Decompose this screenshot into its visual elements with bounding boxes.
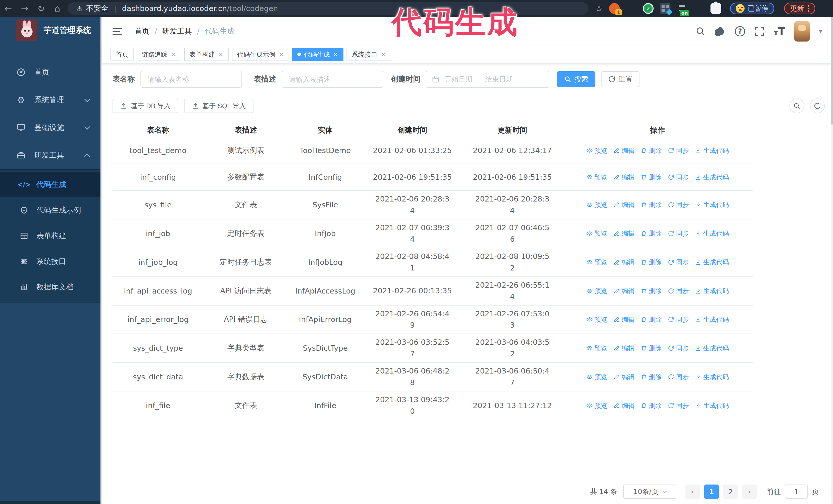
sidebar-item-system[interactable]: ⚙ 系统管理 [0,86,100,114]
table-name-input[interactable] [140,71,242,88]
puzzle-extension-icon[interactable] [711,3,721,14]
delete-link[interactable]: 删除 [641,173,662,182]
extension-orange-icon[interactable]: 1 [609,3,620,14]
extension-diamond-icon[interactable] [626,3,637,14]
preview-link[interactable]: 预览 [587,402,608,410]
tab-home[interactable]: 首页 [111,48,134,61]
preview-link[interactable]: 预览 [587,258,608,266]
delete-link[interactable]: 删除 [641,373,662,381]
preview-link[interactable]: 预览 [587,287,608,295]
browser-forward-icon[interactable]: → [17,0,33,17]
search-button[interactable]: 搜索 [557,71,595,87]
sync-link[interactable]: 同步 [668,173,689,182]
edit-link[interactable]: 编辑 [614,258,635,266]
sidebar-item-db-doc[interactable]: 数据库文档 [0,274,100,300]
close-icon[interactable]: × [279,51,284,58]
tab-system-api[interactable]: 系统接口 × [347,48,391,61]
db-import-button[interactable]: 基于 DB 导入 [113,99,178,113]
sync-link[interactable]: 同步 [668,402,689,410]
close-icon[interactable]: × [333,51,338,58]
sidebar-item-home[interactable]: 首页 [0,58,100,86]
reset-button[interactable]: 重置 [601,71,640,87]
kebab-menu-icon[interactable] [808,5,809,12]
sync-link[interactable]: 同步 [668,315,689,324]
delete-link[interactable]: 删除 [641,315,662,324]
close-icon[interactable]: × [218,51,224,58]
sidebar-item-codegen-example[interactable]: 代码生成示例 [0,197,100,223]
help-icon[interactable]: ? [735,26,745,37]
page-button-1[interactable]: 1 [704,484,719,499]
preview-link[interactable]: 预览 [587,200,608,209]
next-page-button[interactable]: › [742,484,757,499]
delete-link[interactable]: 删除 [641,258,662,266]
browser-update-chip[interactable]: 更新 [784,3,815,14]
generate-code-link[interactable]: 生成代码 [695,287,729,295]
fullscreen-icon[interactable] [754,26,765,37]
toggle-search-button[interactable] [789,98,804,113]
preview-link[interactable]: 预览 [587,315,608,324]
table-desc-input[interactable] [282,71,383,88]
page-size-select[interactable]: 10条/页 [623,484,676,499]
hamburger-icon[interactable] [113,28,122,35]
sync-link[interactable]: 同步 [668,200,689,209]
sidebar-item-form-builder[interactable]: 表单构建 [0,223,100,249]
sync-link[interactable]: 同步 [668,258,689,266]
sync-link[interactable]: 同步 [668,146,689,155]
tab-tracing[interactable]: 链路追踪 × [137,48,181,61]
search-icon[interactable] [695,26,706,37]
tab-form-builder[interactable]: 表单构建 × [184,48,229,61]
delete-link[interactable]: 删除 [641,200,662,209]
browser-reload-icon[interactable]: ↻ [33,0,49,17]
sidebar-item-codegen[interactable]: </> 代码生成 [0,172,100,197]
edit-link[interactable]: 编辑 [614,229,635,238]
generate-code-link[interactable]: 生成代码 [695,344,729,353]
extension-check-icon[interactable]: ✓ [643,3,653,14]
sidebar-item-system-api[interactable]: 系统接口 [0,249,100,274]
edit-link[interactable]: 编辑 [614,344,635,353]
generate-code-link[interactable]: 生成代码 [695,402,729,410]
date-range-picker[interactable]: 开始日期 - 结束日期 [426,71,549,88]
generate-code-link[interactable]: 生成代码 [695,258,729,266]
generate-code-link[interactable]: 生成代码 [695,229,729,238]
generate-code-link[interactable]: 生成代码 [695,373,729,381]
sync-link[interactable]: 同步 [668,373,689,381]
goto-page-input[interactable] [785,484,808,499]
sync-link[interactable]: 同步 [668,344,689,353]
close-icon[interactable]: × [380,51,386,58]
edit-link[interactable]: 编辑 [614,146,635,155]
caret-down-icon[interactable]: ▾ [819,27,822,35]
sync-link[interactable]: 同步 [668,287,689,295]
generate-code-link[interactable]: 生成代码 [695,315,729,324]
generate-code-link[interactable]: 生成代码 [695,200,729,209]
prev-page-button[interactable]: ‹ [685,484,700,499]
scrollbar-thumb[interactable] [831,17,833,125]
generate-code-link[interactable]: 生成代码 [695,173,729,182]
sync-link[interactable]: 同步 [668,229,689,238]
avatar[interactable] [794,21,810,42]
edit-link[interactable]: 编辑 [614,200,635,209]
preview-link[interactable]: 预览 [587,146,608,155]
logo-row[interactable]: 芋道管理系统 [0,17,100,44]
preview-link[interactable]: 预览 [587,373,608,381]
preview-link[interactable]: 预览 [587,344,608,353]
page-button-2[interactable]: 2 [723,484,738,499]
font-size-icon[interactable]: TT [774,26,785,37]
edit-link[interactable]: 编辑 [614,287,635,295]
tab-codegen-example[interactable]: 代码生成示例 × [232,48,289,61]
edit-link[interactable]: 编辑 [614,173,635,182]
github-icon[interactable] [715,26,725,37]
close-icon[interactable]: × [170,51,176,58]
extension-on-icon[interactable]: on [677,3,687,14]
sql-import-button[interactable]: 基于 SQL 导入 [184,99,254,113]
delete-link[interactable]: 删除 [641,229,662,238]
breadcrumb-home[interactable]: 首页 [135,26,149,37]
delete-link[interactable]: 删除 [641,287,662,295]
tab-codegen[interactable]: 代码生成 × [292,48,343,61]
profile-paused-chip[interactable]: 已暂停 [730,3,774,14]
edit-link[interactable]: 编辑 [614,373,635,381]
breadcrumb-devtools[interactable]: 研发工具 [162,26,192,37]
refresh-table-button[interactable] [810,98,825,113]
delete-link[interactable]: 删除 [641,344,662,353]
browser-back-icon[interactable]: ← [0,0,17,17]
extension-person-icon[interactable] [694,3,704,14]
